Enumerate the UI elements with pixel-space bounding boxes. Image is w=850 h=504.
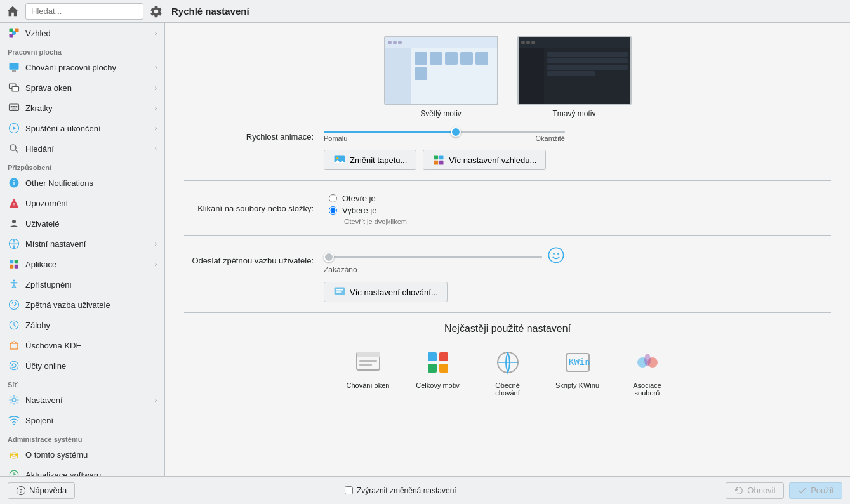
svg-rect-5 [12,70,16,72]
sidebar-item-zalohy[interactable]: Zálohy [3,315,162,335]
zpristupneni-icon [8,278,20,291]
section-label-admin: Administrace systému [0,430,164,444]
sidebar-item-spusteni[interactable]: Spuštění a ukončení › [3,119,162,138]
sidebar-item-uschovna[interactable]: Úschovna KDE [3,336,162,355]
uschovna-icon [8,339,20,352]
sidebar-item-vzhled[interactable]: Vzhled › [3,23,162,43]
theme-label-light: Světlý motiv [420,109,462,118]
svg-rect-44 [439,161,444,165]
svg-rect-4 [10,63,19,70]
svg-point-30 [13,307,15,308]
help-button[interactable]: ? Nápověda [8,482,75,499]
sidebar-item-aplikace[interactable]: Aplikace › [3,255,162,274]
svg-rect-24 [10,260,13,263]
highlight-changed-label[interactable]: Zvýraznit změněná nastavení [345,486,456,495]
freq-item-obecne-chovani[interactable]: Obecné chování [479,342,536,402]
svg-rect-26 [10,265,13,269]
home-icon[interactable] [5,4,20,19]
uzivatele-icon [8,217,20,230]
radio-select-label: Vybere je [342,206,376,215]
sidebar-item-zpetna-vazba-uz[interactable]: Zpětná vazba uživatele [3,295,162,314]
sidebar-item-ucty[interactable]: Účty online [3,356,162,375]
more-appearance-label: Víc nastavení vzhledu... [449,156,536,165]
feedback-slider[interactable] [324,256,542,258]
sidebar-label-uzivatele: Uživatelé [25,219,59,229]
svg-rect-50 [336,291,341,293]
sidebar-item-upozorneni[interactable]: ! Upozornění [3,194,162,213]
radio-open-input[interactable] [329,194,337,202]
ucty-icon [8,359,20,372]
sidebar-item-zpristupneni[interactable]: Zpřístupnění [3,275,162,294]
apply-button[interactable]: Použít [789,482,842,499]
reset-button[interactable]: Obnovit [726,482,784,499]
freq-item-celkovy-motiv[interactable]: Celkový motiv [409,342,467,402]
search-input[interactable] [25,3,143,20]
animation-speed-slider[interactable] [324,131,565,133]
svg-rect-32 [10,343,18,349]
sidebar-item-aktualizace[interactable]: Aktualizace softwaru [3,465,162,476]
more-appearance-icon [432,154,445,166]
sidebar-label-spojeni: Spojení [25,416,53,425]
mistni-icon [8,237,20,250]
svg-point-45 [548,248,563,262]
given-arrow-vzhled: › [155,30,157,37]
file-click-radio-group: Otevře je Vybere je Otevřít je dvojklike… [329,194,831,225]
freq-label-chovani-oken: Chování oken [347,381,390,389]
radio-open-label: Otevře je [342,194,376,203]
radio-opens-it[interactable]: Otevře je [329,194,831,203]
sidebar-label-aktualizace: Aktualizace softwaru [25,470,101,477]
theme-card-dark[interactable]: Tmavý motiv [517,36,632,118]
freq-label-celkovy-motiv: Celkový motiv [416,381,459,389]
feedback-row: Odeslat zpětnou vazbu uživatele: Zakázán… [184,246,831,274]
section-label-sit: Síť [0,376,164,390]
svg-point-35 [13,424,15,425]
freq-label-asociace-souboru: Asociace souborů [624,381,671,397]
bottombar: ? Nápověda Zvýraznit změněná nastavení O… [0,476,850,504]
reset-icon [734,486,744,496]
theme-card-light[interactable]: Světlý motiv [384,36,498,118]
sidebar-item-nastaveni[interactable]: Nastavení › [3,390,162,409]
sidebar-item-chovani-plochy[interactable]: Chování pracovní plochy › [3,58,162,77]
svg-rect-27 [15,265,18,269]
reset-label: Obnovit [747,486,776,495]
more-behavior-icon [333,286,346,298]
animation-speed-label: Rychlost animace: [184,132,324,142]
freq-item-skripty-kwinu[interactable]: KWin Skripty KWinu [549,342,606,402]
sidebar-item-other-notif[interactable]: i Other Notifications [3,173,162,192]
svg-rect-58 [439,352,448,361]
sidebar-label-hledani: Hledání [25,144,54,154]
sidebar-item-spojeni[interactable]: Spojení [3,411,162,430]
bottombar-center-left: Zvýraznit změněná nastavení [345,486,456,495]
sidebar-item-uzivatele[interactable]: Uživatelé [3,214,162,233]
freq-icon-asociace-souboru [632,347,663,378]
file-click-label: Klikání na soubory nebo složky: [184,204,324,213]
freq-item-asociace-souboru[interactable]: Asociace souborů [619,342,676,402]
page-title: Rychlé nastavení [171,6,249,17]
more-behavior-button[interactable]: Víc nastavení chování... [324,282,448,302]
more-appearance-button[interactable]: Víc nastavení vzhledu... [423,150,546,170]
sidebar-item-sprava-oken[interactable]: Správa oken › [3,78,162,97]
radio-select-input[interactable] [329,206,337,215]
svg-marker-70 [736,488,738,491]
settings-icon [149,4,164,19]
sidebar-item-hledani[interactable]: Hledání › [3,139,162,158]
svg-rect-33 [10,361,18,370]
aplikace-icon [8,258,20,270]
animation-max-label: Okamžitě [536,135,565,142]
sidebar-label-upozorneni: Upozornění [25,199,68,208]
sidebar-item-zkratky[interactable]: Zkratky › [3,98,162,117]
sidebar-label-uschovna: Úschovna KDE [25,341,81,350]
wallpaper-icon [333,154,346,166]
change-wallpaper-label: Změnit tapetu... [350,156,407,165]
sidebar-label-zkratky: Zkratky [25,103,53,113]
freq-item-chovani-oken[interactable]: Chování oken [340,342,397,402]
change-wallpaper-button[interactable]: Změnit tapetu... [324,150,416,170]
spojeni-icon [8,414,20,427]
svg-rect-59 [428,364,437,373]
sidebar-item-o-systemu[interactable]: O tomto systému [3,445,162,464]
highlight-changed-checkbox[interactable] [345,486,353,494]
sidebar-item-mistni[interactable]: Místní nastavení › [3,234,162,253]
radio-selects-it[interactable]: Vybere je [329,206,831,215]
file-click-row: Klikání na soubory nebo složky: Otevře j… [184,191,831,225]
bottombar-right: Obnovit Použít [726,482,842,499]
